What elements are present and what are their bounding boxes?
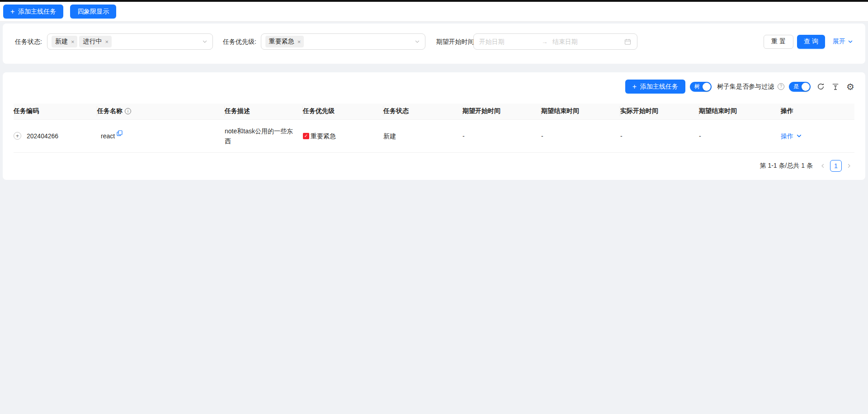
col-header-task-name: 任务名称 i [97, 104, 225, 119]
col-header-task-code: 任务编码 [14, 104, 97, 119]
col-header-actual-start: 实际开始时间 [620, 104, 699, 119]
end-date-input[interactable] [552, 38, 610, 45]
col-header-task-status: 任务状态 [383, 104, 462, 119]
tree-switch-label: 树 [694, 83, 700, 90]
tag-label: 进行中 [83, 38, 102, 46]
add-main-task-label: 添加主线任务 [18, 8, 56, 16]
row-action-dropdown[interactable]: 操作 [781, 131, 802, 141]
task-code-value: 202404266 [27, 131, 58, 141]
switch-knob [802, 83, 810, 91]
refresh-icon[interactable] [817, 83, 825, 90]
pagination: 第 1-1 条/总共 1 条 1 [14, 160, 854, 172]
col-header-task-description: 任务描述 [225, 104, 303, 119]
col-header-label: 实际开始时间 [620, 107, 658, 114]
task-priority-label: 任务优先级: [223, 33, 256, 50]
tree-filter-switch[interactable]: 是 [789, 82, 811, 92]
col-header-label: 期望结束时间 [699, 107, 737, 114]
task-status-label: 任务状态: [15, 33, 42, 50]
expand-filters-link[interactable]: 展开 [833, 38, 853, 46]
query-label: 查 询 [804, 38, 818, 46]
expected-start-range-picker[interactable]: → [473, 33, 637, 50]
tag-label: 重要紧急 [269, 38, 294, 46]
question-circle-icon[interactable]: ? [778, 83, 784, 90]
quadrant-display-button[interactable]: 四象限显示 [70, 5, 116, 19]
task-status-tag: 新建 × [52, 36, 78, 47]
chevron-down-icon [202, 39, 208, 44]
col-header-label: 任务名称 [97, 107, 123, 115]
col-header-expected-start: 期望开始时间 [462, 104, 541, 119]
expected-end-2-value: - [699, 132, 701, 140]
close-icon[interactable]: × [71, 39, 75, 45]
task-status-value: 新建 [383, 132, 396, 140]
expected-end-value: - [541, 132, 543, 140]
plus-icon: + [10, 8, 14, 15]
task-priority-select[interactable]: 重要紧急 × [261, 33, 425, 50]
task-priority-tag: 重要紧急 × [265, 36, 304, 47]
col-header-expected-end-2: 期望结束时间 [699, 104, 781, 119]
task-priority-value: 重要紧急 [311, 131, 336, 141]
task-table: 任务编码 任务名称 i 任务描述 任务优先级 任务状态 期望开始时间 期望结束时… [14, 104, 854, 153]
top-actions-bar: + 添加主线任务 四象限显示 [0, 2, 868, 22]
expected-start-value: - [462, 132, 465, 140]
chevron-down-icon [796, 133, 802, 139]
settings-gear-icon[interactable]: ⚙ [846, 82, 854, 91]
query-button[interactable]: 查 询 [797, 35, 825, 49]
pagination-summary: 第 1-1 条/总共 1 条 [760, 162, 813, 170]
filter-card: 任务状态: 新建 × 进行中 × 任务优先级: 重要紧急 × [3, 24, 865, 64]
check-square-icon: ✓ [303, 133, 309, 139]
close-icon[interactable]: × [105, 39, 108, 45]
chevron-down-icon [415, 39, 420, 44]
task-description-value: note和task公用的一些东西 [225, 127, 293, 145]
toolbar-add-main-task-button[interactable]: + 添加主线任务 [625, 80, 685, 94]
table-toolbar: + 添加主线任务 树 树子集是否参与过滤 ? 是 [14, 80, 854, 94]
info-circle-icon[interactable]: i [125, 108, 131, 114]
col-header-label: 任务编码 [14, 107, 39, 114]
prev-page-icon[interactable] [817, 163, 828, 169]
copy-icon[interactable] [117, 130, 123, 136]
task-table-card: + 添加主线任务 树 树子集是否参与过滤 ? 是 [3, 72, 865, 180]
col-header-label: 操作 [781, 107, 793, 114]
task-status-select[interactable]: 新建 × 进行中 × [47, 33, 213, 50]
chevron-down-icon [848, 39, 853, 44]
page-content: 任务状态: 新建 × 进行中 × 任务优先级: 重要紧急 × [0, 22, 868, 182]
reset-button[interactable]: 重 置 [764, 35, 793, 49]
expand-row-icon[interactable]: + [14, 132, 21, 140]
tree-filter-question-label: 树子集是否参与过滤 [717, 83, 774, 91]
col-header-label: 期望结束时间 [541, 107, 579, 114]
tag-label: 新建 [55, 38, 68, 46]
quadrant-display-label: 四象限显示 [77, 8, 109, 16]
col-header-expected-end: 期望结束时间 [541, 104, 620, 119]
col-header-label: 任务优先级 [303, 107, 335, 114]
table-row: + 202404266 react [14, 119, 854, 152]
col-header-task-priority: 任务优先级 [303, 104, 383, 119]
next-page-icon[interactable] [844, 163, 854, 169]
switch-knob [703, 83, 711, 91]
toolbar-add-main-task-label: 添加主线任务 [640, 83, 678, 91]
col-header-label: 期望开始时间 [462, 107, 500, 114]
arrow-right-icon: → [542, 38, 548, 45]
tree-mode-switch[interactable]: 树 [690, 82, 712, 92]
page-number-button[interactable]: 1 [830, 160, 842, 172]
task-name-value: react [101, 131, 115, 141]
yes-switch-label: 是 [793, 83, 799, 90]
calendar-icon [624, 38, 631, 45]
task-status-tag: 进行中 × [79, 36, 112, 47]
col-header-label: 任务状态 [383, 107, 409, 114]
plus-icon: + [632, 83, 637, 90]
table-header-row: 任务编码 任务名称 i 任务描述 任务优先级 任务状态 期望开始时间 期望结束时… [14, 104, 854, 119]
column-height-icon[interactable] [832, 83, 839, 90]
col-header-actions: 操作 [781, 104, 854, 119]
expected-start-time-label: 期望开始时间 [436, 33, 474, 50]
actual-start-value: - [620, 132, 623, 140]
expand-label: 展开 [833, 38, 845, 46]
filter-actions: 重 置 查 询 展开 [764, 35, 853, 49]
reset-label: 重 置 [771, 38, 786, 46]
add-main-task-button[interactable]: + 添加主线任务 [3, 5, 63, 19]
close-icon[interactable]: × [297, 39, 301, 45]
row-action-label: 操作 [781, 131, 793, 141]
start-date-input[interactable] [479, 38, 537, 45]
col-header-label: 任务描述 [225, 107, 250, 114]
